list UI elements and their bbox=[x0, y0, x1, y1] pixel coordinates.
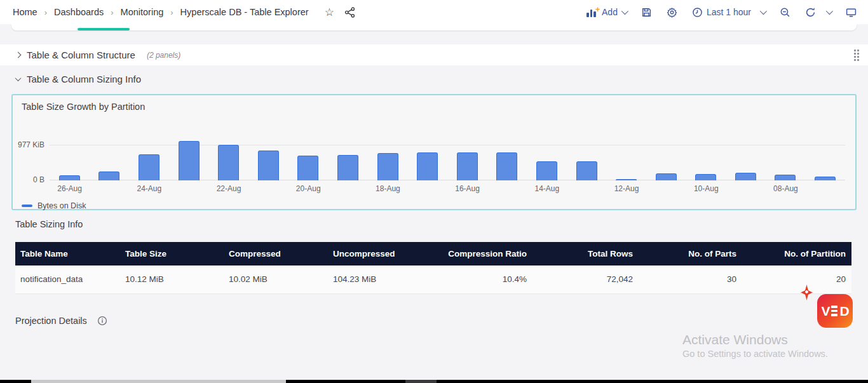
chart-bar-10[interactable] bbox=[457, 152, 478, 180]
add-label: Add bbox=[602, 7, 618, 17]
y-tick-label: 977 KiB bbox=[6, 140, 44, 149]
bar-slot bbox=[527, 137, 567, 180]
x-tick-label: 26-Aug bbox=[30, 184, 109, 193]
table-sizing-info-title: Table Sizing Info bbox=[15, 219, 83, 229]
chart-bar-4[interactable] bbox=[218, 145, 239, 180]
cell-no-of-parts: 30 bbox=[639, 265, 742, 293]
chart-x-axis: 26-Aug24-Aug22-Aug20-Aug18-Aug16-Aug14-A… bbox=[30, 184, 825, 193]
row-structure-label: Table & Column Structure bbox=[27, 50, 135, 60]
column-header-uncompressed[interactable]: Uncompressed bbox=[328, 242, 439, 265]
chart-bar-3[interactable] bbox=[179, 141, 200, 180]
x-tick-label: 16-Aug bbox=[428, 184, 507, 193]
refresh-control[interactable] bbox=[805, 7, 831, 18]
x-tick-label: 18-Aug bbox=[348, 184, 428, 193]
info-icon[interactable] bbox=[97, 316, 107, 326]
chart-panel: Table Size Growth by Partition 977 KiB 0… bbox=[11, 94, 857, 210]
table-row: notification_data10.12 MiB10.02 MiB104.2… bbox=[15, 265, 851, 293]
column-header-no-of-parts[interactable]: No. of Parts bbox=[639, 242, 742, 265]
column-header-compression-ratio[interactable]: Compression Ratio bbox=[439, 242, 532, 265]
bar-slot bbox=[447, 137, 487, 180]
x-tick-label: 24-Aug bbox=[109, 184, 189, 193]
chart-bar-16[interactable] bbox=[695, 174, 716, 180]
horizontal-scrollbar-thumb[interactable] bbox=[31, 380, 286, 383]
share-icon[interactable] bbox=[344, 7, 355, 18]
bar-slot bbox=[129, 137, 169, 180]
bar-slot bbox=[368, 137, 408, 180]
breadcrumb-separator: › bbox=[170, 8, 173, 17]
scrollbar-thumb[interactable] bbox=[78, 28, 130, 30]
chart-bar-15[interactable] bbox=[656, 173, 677, 180]
breadcrumb-item-dashboards[interactable]: Dashboards bbox=[54, 7, 104, 17]
table-header-row: Table NameTable SizeCompressedUncompress… bbox=[15, 242, 851, 265]
chart-bar-12[interactable] bbox=[536, 161, 557, 180]
breadcrumb: Home›Dashboards›Monitoring›Hyperscale DB… bbox=[13, 7, 355, 18]
x-tick-label: 08-Aug bbox=[746, 184, 825, 193]
chevron-down-icon bbox=[15, 75, 22, 81]
toolbar: + Add Last 1 hour bbox=[587, 7, 857, 18]
chart-bar-9[interactable] bbox=[417, 152, 438, 180]
star-icon[interactable]: ☆ bbox=[325, 7, 334, 18]
chart-bar-7[interactable] bbox=[337, 155, 358, 180]
bar-slot bbox=[606, 137, 646, 180]
cell-table-size: 10.12 MiB bbox=[120, 265, 224, 293]
tv-mode-icon[interactable] bbox=[846, 7, 857, 18]
cell-no-of-partition: 20 bbox=[742, 265, 851, 293]
time-range-picker[interactable]: Last 1 hour bbox=[692, 7, 765, 18]
chart-bar-1[interactable] bbox=[98, 171, 119, 180]
column-header-total-rows[interactable]: Total Rows bbox=[532, 242, 639, 265]
chart-bar-19[interactable] bbox=[815, 177, 836, 180]
bar-slot bbox=[248, 137, 288, 180]
projection-details-label: Projection Details bbox=[15, 316, 87, 326]
row-table-column-sizing: Table & Column Sizing Info bbox=[16, 71, 141, 86]
settings-gear-icon[interactable] bbox=[667, 7, 677, 18]
column-header-table-name[interactable]: Table Name bbox=[15, 242, 120, 265]
x-tick-label: 20-Aug bbox=[269, 184, 348, 193]
top-navbar: Home›Dashboards›Monitoring›Hyperscale DB… bbox=[0, 0, 868, 24]
column-header-table-size[interactable]: Table Size bbox=[120, 242, 224, 265]
legend-item-bytes-on-disk[interactable]: Bytes on Disk bbox=[22, 201, 855, 210]
y-tick-label: 0 B bbox=[6, 175, 44, 184]
column-header-no-of-partition[interactable]: No. of Partition bbox=[742, 242, 851, 265]
breadcrumb-item-hyperscale-db-table-explorer[interactable]: Hyperscale DB - Table Explorer bbox=[180, 7, 309, 17]
bottom-taskbar bbox=[0, 380, 868, 383]
time-range-label: Last 1 hour bbox=[707, 7, 751, 17]
breadcrumb-item-monitoring[interactable]: Monitoring bbox=[121, 7, 164, 17]
row-toggle-sizing[interactable]: Table & Column Sizing Info bbox=[16, 74, 141, 84]
breadcrumb-item-home[interactable]: Home bbox=[13, 7, 37, 17]
chart-bar-13[interactable] bbox=[576, 161, 597, 180]
bar-slot bbox=[686, 137, 726, 180]
scrolled-panel-edge bbox=[11, 24, 857, 30]
drag-handle-icon[interactable] bbox=[854, 50, 859, 61]
row-toggle-structure[interactable]: Table & Column Structure bbox=[16, 50, 135, 60]
bar-slot bbox=[169, 137, 209, 180]
chart-bar-17[interactable] bbox=[735, 173, 756, 180]
bar-slot bbox=[726, 137, 766, 180]
chart-bar-18[interactable] bbox=[775, 175, 796, 180]
chart-bar-2[interactable] bbox=[139, 154, 159, 180]
zoom-out-icon[interactable] bbox=[780, 7, 790, 18]
bar-slot bbox=[407, 137, 447, 180]
table-sizing-info: Table NameTable SizeCompressedUncompress… bbox=[15, 242, 851, 294]
chart-bar-0[interactable] bbox=[59, 175, 80, 180]
cell-compression-ratio: 10.4% bbox=[439, 265, 532, 293]
panel-title[interactable]: Table Size Growth by Partition bbox=[13, 95, 855, 112]
column-header-compressed[interactable]: Compressed bbox=[224, 242, 328, 265]
chevron-down-icon bbox=[826, 8, 833, 15]
add-button[interactable]: + Add bbox=[587, 7, 627, 17]
chart-bar-5[interactable] bbox=[258, 151, 279, 180]
activate-windows-subtext: Go to Settings to activate Windows. bbox=[682, 349, 828, 359]
chart-bar-11[interactable] bbox=[496, 152, 517, 180]
bar-slot bbox=[646, 137, 686, 180]
bar-slot bbox=[567, 137, 607, 180]
chart-bar-8[interactable] bbox=[377, 153, 398, 180]
bar-slot bbox=[208, 137, 248, 180]
chart-bar-14[interactable] bbox=[616, 179, 637, 180]
x-tick-label: 22-Aug bbox=[189, 184, 268, 193]
bar-slot bbox=[328, 137, 368, 180]
chart-bars bbox=[50, 137, 845, 180]
chart-plot-area: 977 KiB 0 B bbox=[50, 137, 845, 180]
activate-windows-watermark: Activate Windows bbox=[682, 332, 788, 347]
chart-bar-6[interactable] bbox=[297, 156, 318, 180]
ved-logo[interactable]: V D bbox=[817, 294, 853, 328]
save-dashboard-icon[interactable] bbox=[641, 7, 652, 18]
